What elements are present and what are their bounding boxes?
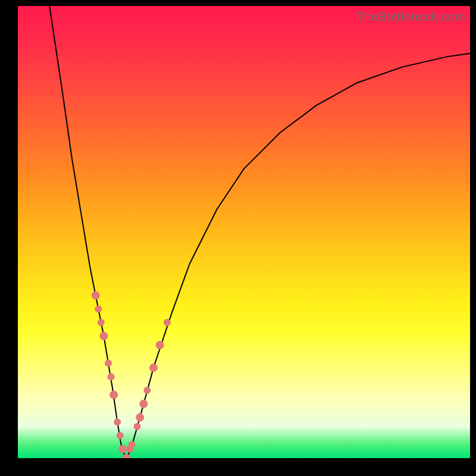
curve-marker bbox=[156, 341, 164, 349]
curve-markers bbox=[92, 291, 171, 458]
curve-marker bbox=[164, 319, 171, 326]
curve-marker bbox=[109, 391, 118, 399]
curve-marker bbox=[129, 441, 136, 448]
curve-marker bbox=[99, 332, 108, 340]
curve-marker bbox=[143, 387, 151, 394]
curve-marker bbox=[136, 414, 144, 422]
chart-frame: TheBottleneck.com bbox=[0, 0, 476, 476]
curve-marker bbox=[95, 305, 102, 312]
curve-marker bbox=[149, 364, 158, 372]
curve-marker bbox=[92, 291, 100, 299]
bottleneck-curve-svg bbox=[18, 6, 470, 458]
curve-marker bbox=[134, 423, 141, 430]
curve-marker bbox=[117, 432, 124, 439]
curve-marker bbox=[98, 319, 105, 326]
curve-marker bbox=[105, 359, 112, 367]
plot-area: TheBottleneck.com bbox=[18, 6, 470, 458]
curve-marker bbox=[139, 400, 148, 408]
curve-marker bbox=[118, 445, 127, 453]
curve-marker bbox=[114, 418, 121, 425]
bottleneck-curve bbox=[49, 6, 470, 458]
curve-marker bbox=[122, 454, 130, 458]
curve-marker bbox=[108, 373, 115, 380]
